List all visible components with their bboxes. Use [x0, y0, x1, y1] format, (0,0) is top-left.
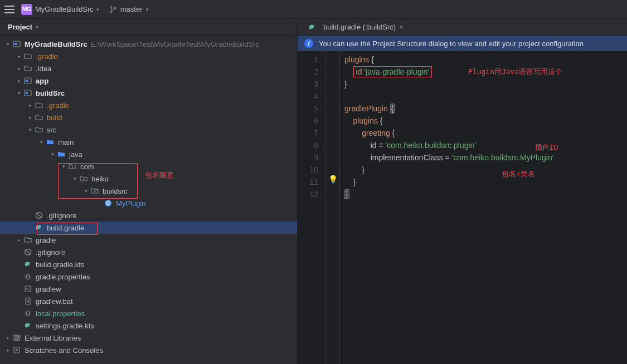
tree-label: gradlew [36, 285, 61, 293]
tree-item[interactable]: ▸ .gradle [0, 50, 297, 62]
chevron-down-icon[interactable]: ▾ [70, 176, 79, 181]
gradle-file-icon [23, 321, 32, 330]
line-number-gutter: 123456789101112 [298, 51, 325, 364]
tree-label: Scratches and Consoles [25, 346, 103, 355]
tree-item[interactable]: ▸ gradle [0, 234, 297, 246]
class-icon: C [104, 199, 113, 208]
gradle-file-icon [35, 223, 43, 232]
chevron-right-icon[interactable]: ▸ [14, 66, 23, 71]
svg-point-1 [110, 11, 112, 12]
tree-label: External Libraries [25, 334, 81, 342]
module-icon [23, 76, 32, 85]
svg-point-0 [110, 6, 112, 8]
chevron-right-icon[interactable]: ▸ [26, 115, 35, 120]
chevron-down-icon[interactable]: ▾ [81, 188, 90, 194]
shell-file-icon [23, 284, 32, 293]
tree-item[interactable]: ▾ buildSrc [0, 87, 297, 99]
branch-icon [109, 6, 117, 13]
tree-item-selected[interactable]: build.gradle [0, 222, 297, 234]
tree-item[interactable]: ▾ src [0, 124, 297, 136]
project-name: MyGradleBuildSrc [35, 5, 94, 13]
chevron-down-icon[interactable]: ▾ [36, 24, 38, 30]
svg-line-15 [37, 213, 41, 218]
source-folder-icon [57, 150, 66, 159]
text-file-icon [23, 297, 32, 306]
tree-item[interactable]: ▾ com [0, 160, 297, 173]
close-icon[interactable]: × [399, 23, 404, 31]
banner-text: You can use the Project Structure dialog… [319, 40, 584, 48]
tree-label: .gradle [47, 101, 69, 110]
tree-item[interactable]: gradlew.bat [0, 295, 297, 307]
tree-item[interactable]: ▾ main [0, 136, 297, 148]
chevron-down-icon[interactable]: ▾ [14, 90, 23, 96]
title-bar: MG MyGradleBuildSrc ▾ master ▾ [0, 0, 627, 19]
tree-item[interactable]: ▸ build [0, 111, 297, 124]
editor-tab[interactable]: build.gradle (:buildSrc) × [302, 19, 409, 35]
chevron-right-icon[interactable]: ▸ [14, 53, 23, 59]
package-icon [90, 186, 99, 195]
svg-rect-23 [18, 336, 20, 341]
tree-root[interactable]: ▾ MyGradleBuildSrc E:\WorkSpace\Test\MyG… [0, 38, 297, 50]
tree-item[interactable]: ▸ app [0, 75, 297, 87]
svg-point-11 [94, 191, 95, 192]
tab-label: build.gradle (:buildSrc) [323, 23, 396, 31]
project-selector[interactable]: MG MyGradleBuildSrc ▾ [21, 4, 99, 15]
main-menu-button[interactable] [4, 6, 14, 13]
code-editor[interactable]: 123456789101112 💡 plugins { id 'java-gra… [298, 51, 627, 364]
svg-text:C: C [106, 200, 110, 206]
chevron-right-icon[interactable]: ▸ [14, 237, 23, 243]
svg-point-20 [26, 312, 30, 315]
git-branch-selector[interactable]: master ▾ [109, 5, 149, 13]
chevron-down-icon[interactable]: ▾ [26, 127, 35, 132]
tree-item[interactable]: gradle.properties [0, 270, 297, 283]
tree-item[interactable]: ▸ External Libraries [0, 332, 297, 344]
tree-item[interactable]: ▸ Scratches and Consoles [0, 344, 297, 356]
chevron-right-icon[interactable]: ▸ [3, 347, 12, 353]
chevron-down-icon[interactable]: ▾ [37, 139, 46, 145]
project-tree: ▾ MyGradleBuildSrc E:\WorkSpace\Test\MyG… [0, 36, 297, 364]
chevron-down-icon: ▾ [96, 7, 99, 12]
tree-label: .idea [36, 65, 51, 73]
tree-item[interactable]: .gitignore [0, 209, 297, 222]
chevron-right-icon[interactable]: ▸ [3, 335, 12, 341]
svg-rect-21 [14, 335, 16, 341]
tree-label: build [47, 114, 62, 122]
tree-label: .gitignore [36, 248, 65, 257]
tree-label: MyGradleBuildSrc [25, 40, 88, 48]
tree-label: java [69, 150, 82, 159]
tree-item[interactable]: local.properties [0, 307, 297, 319]
tree-item[interactable]: settings.gradle.kts [0, 319, 297, 332]
tree-item[interactable]: ▾ java [0, 148, 297, 160]
tree-item[interactable]: gradlew [0, 283, 297, 295]
module-icon [23, 88, 32, 97]
tree-label: main [58, 138, 74, 146]
gear-icon [23, 272, 32, 281]
tree-item[interactable]: .gitignore [0, 246, 297, 258]
tree-item[interactable]: C MyPlugin [0, 197, 297, 209]
tree-item[interactable]: build.gradle.kts [0, 258, 297, 270]
tree-item[interactable]: ▾ heiko [0, 173, 297, 185]
tree-item[interactable]: ▾ buildsrc [0, 185, 297, 197]
info-banner[interactable]: i You can use the Project Structure dial… [298, 36, 627, 51]
tree-label: com [80, 163, 94, 171]
chevron-down-icon[interactable]: ▾ [3, 41, 12, 47]
chevron-right-icon[interactable]: ▸ [14, 78, 23, 83]
tree-label: gradlew.bat [36, 297, 73, 306]
tree-label: app [36, 77, 48, 85]
lightbulb-icon[interactable]: 💡 [328, 175, 338, 184]
chevron-down-icon[interactable]: ▾ [59, 164, 68, 169]
chevron-down-icon[interactable]: ▾ [48, 151, 57, 157]
gear-icon [23, 309, 32, 318]
library-icon [12, 333, 21, 342]
module-icon [12, 40, 21, 48]
code-area[interactable]: plugins { id 'java-gradle-plugin' } grad… [340, 51, 627, 364]
ignore-file-icon [35, 211, 43, 220]
folder-icon [35, 101, 43, 110]
folder-icon [35, 113, 43, 122]
editor-tabs: build.gradle (:buildSrc) × [298, 19, 627, 36]
tree-item[interactable]: ▸ .gradle [0, 99, 297, 111]
tree-label: buildSrc [36, 89, 65, 97]
chevron-right-icon[interactable]: ▸ [26, 102, 35, 108]
tree-item[interactable]: ▸ .idea [0, 62, 297, 75]
svg-point-18 [26, 275, 30, 278]
